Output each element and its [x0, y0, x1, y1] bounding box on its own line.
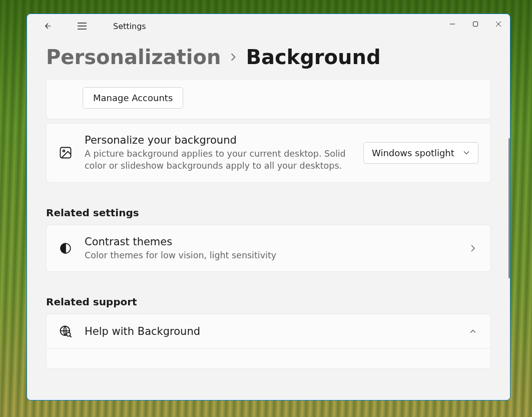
personalize-text: Personalize your background A picture ba…	[85, 134, 351, 172]
contrast-icon	[59, 241, 73, 255]
minimize-icon	[449, 21, 455, 27]
nav-menu-button[interactable]	[72, 16, 92, 36]
svg-point-8	[63, 150, 65, 152]
help-title: Help with Background	[85, 325, 455, 338]
content-area: Personalization Background Manage Accoun…	[27, 38, 510, 400]
settings-window: Settings Personalization Background Mana…	[27, 14, 510, 400]
vertical-scrollbar[interactable]	[508, 138, 510, 278]
titlebar-left: Settings	[27, 16, 146, 36]
picture-icon	[59, 146, 73, 160]
help-text: Help with Background	[85, 325, 455, 338]
contrast-themes-card[interactable]: Contrast themes Color themes for low vis…	[46, 225, 491, 272]
personalize-row: Personalize your background A picture ba…	[47, 124, 490, 182]
back-arrow-icon	[44, 22, 53, 31]
manage-accounts-button[interactable]: Manage Accounts	[83, 87, 183, 109]
breadcrumb-current: Background	[246, 46, 380, 68]
help-collapse	[467, 329, 478, 334]
breadcrumb-separator	[230, 53, 237, 62]
maximize-icon	[472, 21, 478, 27]
contrast-text: Contrast themes Color themes for low vis…	[85, 235, 455, 262]
help-expanded-panel	[46, 349, 491, 369]
related-settings-heading: Related settings	[46, 207, 491, 219]
personalize-title: Personalize your background	[85, 134, 351, 147]
help-row: Help with Background	[47, 314, 490, 348]
globe-search-icon	[59, 324, 73, 338]
contrast-title: Contrast themes	[85, 235, 455, 249]
related-support-heading: Related support	[46, 296, 491, 308]
chevron-up-icon	[469, 329, 476, 334]
help-background-card[interactable]: Help with Background	[46, 314, 491, 349]
svg-point-11	[67, 333, 70, 336]
chevron-down-icon	[463, 150, 470, 155]
titlebar: Settings	[27, 14, 510, 38]
chevron-right-icon	[470, 244, 475, 252]
back-button[interactable]	[38, 16, 58, 36]
accounts-card: Manage Accounts	[46, 80, 491, 119]
minimize-button[interactable]	[441, 14, 464, 34]
breadcrumb: Personalization Background	[46, 46, 491, 68]
close-button[interactable]	[487, 14, 510, 34]
caption-controls	[441, 14, 510, 34]
chevron-right-icon	[230, 53, 237, 62]
svg-rect-4	[473, 22, 478, 27]
maximize-button[interactable]	[464, 14, 487, 34]
svg-line-12	[70, 336, 72, 337]
background-type-dropdown[interactable]: Windows spotlight	[363, 142, 478, 164]
personalize-description: A picture background applies to your cur…	[85, 148, 351, 172]
dropdown-value: Windows spotlight	[372, 148, 454, 158]
hamburger-icon	[78, 22, 87, 30]
close-icon	[495, 21, 501, 27]
app-title: Settings	[113, 22, 146, 31]
personalize-background-card: Personalize your background A picture ba…	[46, 123, 491, 183]
contrast-row: Contrast themes Color themes for low vis…	[47, 225, 490, 272]
contrast-go	[467, 244, 478, 252]
breadcrumb-parent[interactable]: Personalization	[46, 46, 221, 68]
contrast-description: Color themes for low vision, light sensi…	[85, 250, 455, 262]
